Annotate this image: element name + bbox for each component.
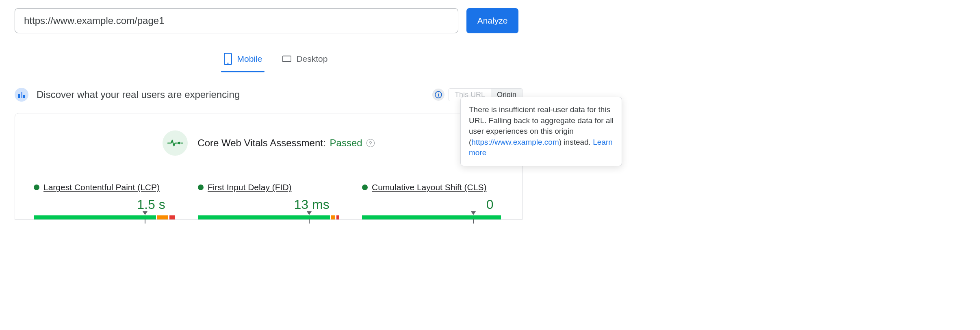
- svg-rect-11: [181, 143, 183, 143]
- pointer-icon: [471, 211, 476, 215]
- cwv-label: Core Web Vitals Assessment:: [197, 137, 325, 149]
- vitals-card: Core Web Vitals Assessment: Passed ? Lar…: [15, 113, 523, 220]
- svg-rect-8: [438, 94, 439, 97]
- pointer-icon: [143, 211, 147, 215]
- status-dot-icon: [198, 185, 204, 190]
- desktop-icon: [282, 53, 291, 65]
- tab-desktop[interactable]: Desktop: [282, 50, 328, 71]
- metrics-row: Largest Contentful Paint (LCP) 1.5 s Fir…: [34, 182, 503, 219]
- metric-fid-name[interactable]: First Input Delay (FID): [208, 182, 292, 192]
- crux-icon: [15, 88, 28, 102]
- popover-origin-link[interactable]: https://www.example.com: [471, 138, 559, 146]
- insufficient-data-popover: There is insufficient real-user data for…: [460, 97, 622, 166]
- status-dot-icon: [34, 185, 39, 190]
- metric-cls-value: 0: [362, 197, 494, 212]
- pulse-icon: [163, 130, 188, 156]
- metric-lcp-name[interactable]: Largest Contentful Paint (LCP): [43, 182, 160, 192]
- metric-cls-name[interactable]: Cumulative Layout Shift (CLS): [372, 182, 486, 192]
- svg-point-10: [178, 142, 180, 144]
- cwv-status: Passed: [330, 137, 362, 149]
- svg-rect-2: [283, 56, 291, 61]
- status-dot-icon: [362, 185, 368, 190]
- help-icon[interactable]: ?: [366, 139, 375, 147]
- svg-rect-6: [23, 95, 25, 98]
- svg-point-1: [227, 63, 228, 64]
- tab-mobile[interactable]: Mobile: [223, 50, 263, 71]
- section-header: Discover what your real users are experi…: [15, 88, 523, 102]
- metric-fid-value: 13 ms: [198, 197, 330, 212]
- metric-lcp-bar: [34, 215, 175, 219]
- analyze-button[interactable]: Analyze: [466, 8, 518, 33]
- metric-lcp-value: 1.5 s: [34, 197, 165, 212]
- metric-fid-bar: [198, 215, 339, 219]
- svg-rect-3: [282, 61, 291, 62]
- cwv-assessment-row: Core Web Vitals Assessment: Passed ?: [34, 130, 503, 156]
- tab-mobile-label: Mobile: [237, 54, 262, 64]
- url-input[interactable]: [15, 8, 458, 33]
- mobile-icon: [223, 53, 232, 65]
- device-tabs: Mobile Desktop: [15, 50, 536, 71]
- metric-lcp: Largest Contentful Paint (LCP) 1.5 s: [34, 182, 175, 219]
- pointer-icon: [307, 211, 312, 215]
- svg-rect-5: [21, 92, 22, 98]
- url-bar-row: Analyze: [15, 8, 965, 33]
- svg-point-9: [438, 93, 439, 93]
- info-icon[interactable]: [432, 89, 444, 101]
- metric-fid: First Input Delay (FID) 13 ms: [198, 182, 339, 219]
- section-title: Discover what your real users are experi…: [37, 89, 240, 100]
- popover-text-post: ) instead.: [559, 138, 593, 146]
- metric-cls: Cumulative Layout Shift (CLS) 0: [362, 182, 503, 219]
- metric-cls-bar: [362, 215, 503, 219]
- tab-desktop-label: Desktop: [296, 54, 327, 64]
- svg-rect-4: [18, 94, 20, 98]
